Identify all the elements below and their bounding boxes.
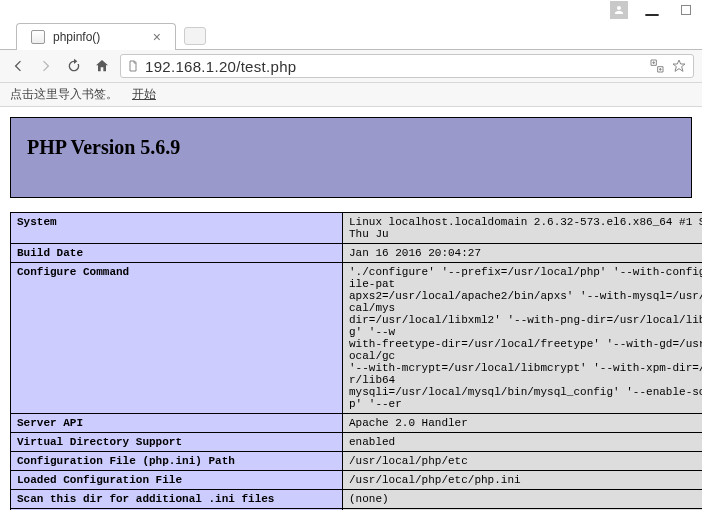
forward-button[interactable] (36, 56, 56, 76)
table-key: Configure Command (11, 263, 343, 414)
star-icon[interactable] (671, 58, 687, 74)
table-value: Apache 2.0 Handler (343, 414, 703, 433)
tab-strip: phpinfo() × (0, 20, 702, 50)
table-key: System (11, 213, 343, 244)
browser-tab[interactable]: phpinfo() × (16, 23, 176, 50)
window-minimize-button[interactable] (642, 1, 662, 19)
address-bar[interactable]: 192.168.1.20/test.php (120, 54, 694, 78)
table-row: Configuration File (php.ini) Path/usr/lo… (11, 452, 703, 471)
new-tab-button[interactable] (184, 27, 206, 45)
table-row: Server APIApache 2.0 Handler (11, 414, 703, 433)
table-row: Build DateJan 16 2016 20:04:27 (11, 244, 703, 263)
table-value: Jan 16 2016 20:04:27 (343, 244, 703, 263)
php-version-banner: PHP Version 5.6.9 (10, 117, 692, 198)
php-info-table: SystemLinux localhost.localdomain 2.6.32… (10, 212, 702, 510)
tab-title: phpinfo() (53, 30, 100, 44)
home-button[interactable] (92, 56, 112, 76)
bookmarks-bar: 点击这里导入书签。 开始 (0, 83, 702, 107)
php-version-text: PHP Version 5.6.9 (27, 136, 180, 158)
table-row: Scan this dir for additional .ini files(… (11, 490, 703, 509)
table-value: enabled (343, 433, 703, 452)
table-value: /usr/local/php/etc/php.ini (343, 471, 703, 490)
window-titlebar (0, 0, 702, 20)
browser-toolbar: 192.168.1.20/test.php (0, 50, 702, 83)
table-value: Linux localhost.localdomain 2.6.32-573.e… (343, 213, 703, 244)
table-row: Configure Command'./configure' '--prefix… (11, 263, 703, 414)
tab-close-icon[interactable]: × (153, 30, 161, 44)
bookmarks-start-link[interactable]: 开始 (132, 86, 156, 103)
table-key: Build Date (11, 244, 343, 263)
table-key: Loaded Configuration File (11, 471, 343, 490)
page-content: PHP Version 5.6.9 SystemLinux localhost.… (0, 107, 702, 510)
table-value: './configure' '--prefix=/usr/local/php' … (343, 263, 703, 414)
table-key: Configuration File (php.ini) Path (11, 452, 343, 471)
user-icon[interactable] (610, 1, 628, 19)
reload-button[interactable] (64, 56, 84, 76)
table-key: Server API (11, 414, 343, 433)
table-row: Loaded Configuration File/usr/local/php/… (11, 471, 703, 490)
translate-icon[interactable] (649, 58, 665, 74)
bookmarks-hint: 点击这里导入书签。 (10, 86, 118, 103)
table-value: /usr/local/php/etc (343, 452, 703, 471)
address-text: 192.168.1.20/test.php (145, 58, 296, 75)
table-value: (none) (343, 490, 703, 509)
tab-favicon (31, 30, 45, 44)
svg-rect-0 (645, 14, 658, 16)
back-button[interactable] (8, 56, 28, 76)
table-key: Virtual Directory Support (11, 433, 343, 452)
page-icon (127, 59, 139, 73)
table-row: Virtual Directory Supportenabled (11, 433, 703, 452)
window-maximize-button[interactable] (676, 1, 696, 19)
table-row: SystemLinux localhost.localdomain 2.6.32… (11, 213, 703, 244)
table-key: Scan this dir for additional .ini files (11, 490, 343, 509)
